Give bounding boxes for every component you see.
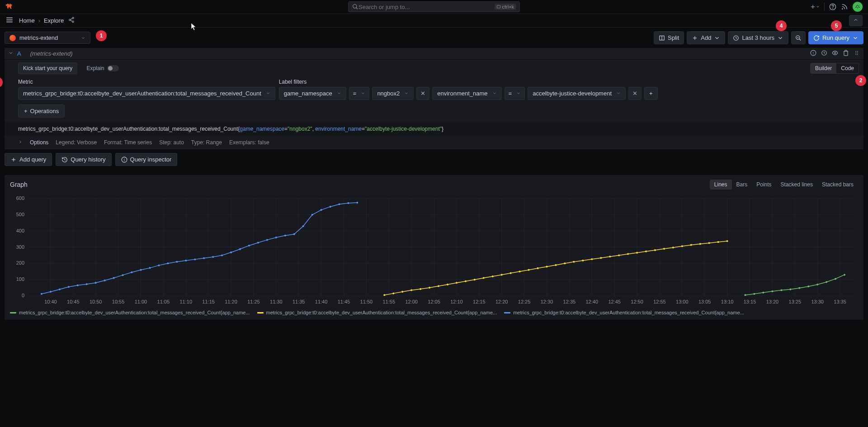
svg-line-1 xyxy=(356,8,358,9)
svg-point-179 xyxy=(483,277,485,279)
options-expand[interactable] xyxy=(18,139,23,146)
run-query-button[interactable]: Run query xyxy=(808,31,863,44)
breadcrumb-explore[interactable]: Explore xyxy=(44,17,64,24)
svg-point-200 xyxy=(672,247,674,248)
user-avatar[interactable] xyxy=(853,2,863,12)
svg-point-202 xyxy=(690,244,692,246)
navbar: Home › Explore xyxy=(0,14,868,27)
svg-text:12:05: 12:05 xyxy=(428,299,440,304)
svg-point-175 xyxy=(447,284,448,285)
callout-5: 5 xyxy=(831,20,842,31)
chart-area[interactable]: 010020030040050060010:4010:4510:5010:551… xyxy=(10,194,858,307)
svg-text:11:25: 11:25 xyxy=(247,299,260,304)
svg-point-11 xyxy=(856,7,857,8)
svg-text:13:35: 13:35 xyxy=(834,299,846,304)
query-options: Options Legend: Verbose Format: Time ser… xyxy=(5,136,863,149)
graph-panel: Graph Lines Bars Points Stacked lines St… xyxy=(5,175,863,320)
legend-item[interactable]: metrics_grpc_bridge:t0:accelbyte_dev_use… xyxy=(257,310,497,315)
collapse-query[interactable] xyxy=(8,50,14,57)
label-op-select-1[interactable]: = xyxy=(505,87,525,100)
kickstart-button[interactable]: Kick start your query xyxy=(18,62,77,74)
prometheus-icon xyxy=(9,35,16,41)
add-menu[interactable] xyxy=(810,4,820,10)
operations-button[interactable]: +Operations xyxy=(18,104,65,118)
time-range-button[interactable]: Last 3 hours xyxy=(728,31,788,44)
collapse-panel[interactable] xyxy=(849,15,863,26)
label-op-select-0[interactable]: = xyxy=(349,87,370,100)
code-mode[interactable]: Code xyxy=(836,63,859,73)
svg-text:10:50: 10:50 xyxy=(90,299,102,304)
svg-text:12:00: 12:00 xyxy=(405,299,418,304)
svg-point-191 xyxy=(591,258,593,260)
grafana-logo[interactable] xyxy=(5,2,14,11)
share-icon[interactable] xyxy=(68,17,75,24)
svg-text:11:50: 11:50 xyxy=(360,299,373,304)
legend-item[interactable]: metrics_grpc_bridge:t0:accelbyte_dev_use… xyxy=(504,310,744,315)
query-inspector-button[interactable]: Query inspector xyxy=(115,153,178,166)
remove-filter-0[interactable]: ✕ xyxy=(416,87,429,100)
add-label-filter[interactable]: + xyxy=(644,87,658,100)
svg-point-217 xyxy=(835,278,836,280)
explain-toggle[interactable]: Explain xyxy=(86,65,118,71)
svg-point-158 xyxy=(275,237,277,238)
remove-filter-1[interactable]: ✕ xyxy=(628,87,642,100)
svg-point-148 xyxy=(185,260,187,261)
svg-point-181 xyxy=(501,274,503,275)
query-history-button[interactable]: Query history xyxy=(56,153,111,166)
svg-point-172 xyxy=(420,288,421,290)
breadcrumb-home[interactable]: Home xyxy=(19,17,35,24)
svg-point-40 xyxy=(857,54,858,55)
label-val-select-1[interactable]: accelbyte-justice-development xyxy=(528,87,626,100)
legend-item[interactable]: metrics_grpc_bridge:t0:accelbyte_dev_use… xyxy=(10,310,250,315)
callout-3: 3 xyxy=(0,77,3,88)
svg-point-184 xyxy=(528,269,530,271)
view-lines[interactable]: Lines xyxy=(710,180,732,190)
label-val-select-0[interactable]: nngbox2 xyxy=(372,87,414,100)
menu-toggle[interactable] xyxy=(5,16,14,25)
svg-point-208 xyxy=(753,293,755,295)
search-input[interactable] xyxy=(359,4,495,10)
clock-icon xyxy=(733,35,739,41)
svg-point-173 xyxy=(429,287,430,289)
query-drag-icon[interactable] xyxy=(854,50,860,57)
label-key-select-1[interactable]: environment_name xyxy=(432,87,501,100)
svg-point-177 xyxy=(465,280,467,282)
svg-text:10:55: 10:55 xyxy=(112,299,125,304)
zoom-out-button[interactable] xyxy=(791,31,806,44)
global-search[interactable]: ctrl+k xyxy=(348,1,520,12)
svg-point-147 xyxy=(176,261,178,263)
svg-point-195 xyxy=(627,253,629,255)
label-key-select-0[interactable]: game_namespace xyxy=(279,87,346,100)
svg-point-141 xyxy=(122,274,124,276)
datasource-picker[interactable]: metrics-extend xyxy=(5,32,90,44)
toggle-switch[interactable] xyxy=(107,65,119,71)
svg-point-207 xyxy=(745,294,746,296)
svg-text:12:35: 12:35 xyxy=(563,299,576,304)
svg-point-7 xyxy=(842,9,843,9)
view-bars[interactable]: Bars xyxy=(732,180,752,190)
builder-mode[interactable]: Builder xyxy=(811,63,836,73)
query-help-icon[interactable] xyxy=(810,50,816,57)
svg-text:12:25: 12:25 xyxy=(518,299,531,304)
svg-point-151 xyxy=(212,256,214,258)
add-button[interactable]: Add xyxy=(687,31,725,44)
add-query-button[interactable]: Add query xyxy=(5,153,52,166)
view-stacked-lines[interactable]: Stacked lines xyxy=(776,180,817,190)
svg-point-201 xyxy=(681,245,683,247)
view-stacked-bars[interactable]: Stacked bars xyxy=(817,180,858,190)
query-timeshift-icon[interactable] xyxy=(821,50,827,57)
metric-select[interactable]: metrics_grpc_bridge:t0:accelbyte_dev_use… xyxy=(18,87,275,100)
query-toggle-icon[interactable] xyxy=(832,50,838,57)
view-points[interactable]: Points xyxy=(752,180,776,190)
svg-point-194 xyxy=(618,254,620,256)
split-button[interactable]: Split xyxy=(654,31,684,44)
svg-point-138 xyxy=(95,282,97,284)
svg-point-162 xyxy=(311,214,313,216)
rss-icon[interactable] xyxy=(841,3,848,10)
query-delete-icon[interactable] xyxy=(843,50,849,57)
query-mode-toggle: Builder Code xyxy=(810,63,859,74)
query-datasource-hint: (metrics-extend) xyxy=(30,50,73,57)
help-icon[interactable] xyxy=(829,3,836,10)
callout-1: 1 xyxy=(96,30,107,41)
svg-point-174 xyxy=(438,285,439,287)
